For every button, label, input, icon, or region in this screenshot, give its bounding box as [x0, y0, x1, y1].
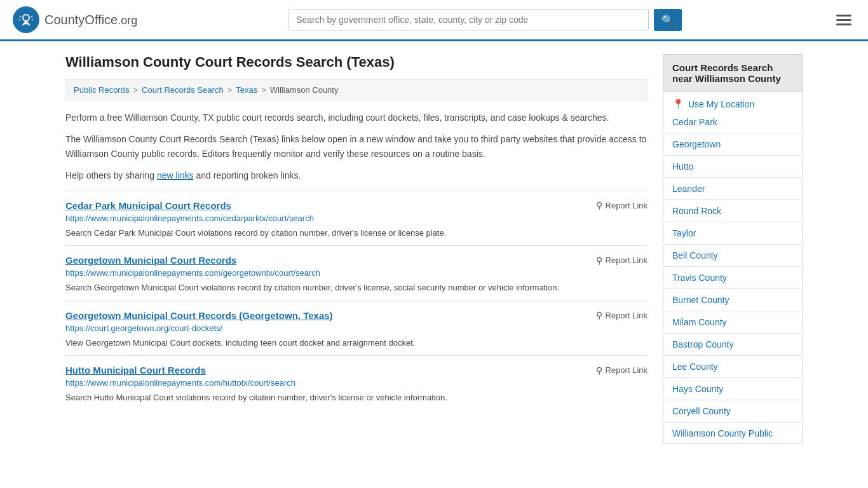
breadcrumb-current: Williamson County — [270, 85, 339, 95]
report-icon-1: ⚲ — [596, 255, 602, 266]
records-container: Cedar Park Municipal Court Records ⚲ Rep… — [65, 191, 648, 410]
sidebar-link-8[interactable]: Burnet County — [663, 290, 803, 309]
description-1: Perform a free Williamson County, TX pub… — [65, 111, 648, 125]
record-report-link-3[interactable]: ⚲ Report Link — [596, 365, 648, 376]
sidebar-divider-10 — [663, 355, 803, 356]
search-icon: 🔍 — [661, 15, 674, 25]
logo-text: CountyOffice.org — [44, 13, 137, 27]
content-area: Williamson County Court Records Search (… — [65, 54, 648, 444]
logo-suffix-part: .org — [118, 14, 137, 27]
breadcrumb-texas[interactable]: Texas — [236, 85, 257, 95]
record-url-0: https://www.municipalonlinepayments.com/… — [65, 214, 648, 223]
report-icon-0: ⚲ — [596, 200, 602, 210]
use-my-location[interactable]: 📍 Use My Location — [663, 92, 803, 112]
sidebar-divider-6 — [663, 266, 803, 267]
menu-bar-1 — [836, 15, 851, 17]
sidebar-link-1[interactable]: Georgetown — [663, 135, 803, 154]
record-header-0: Cedar Park Municipal Court Records ⚲ Rep… — [65, 200, 648, 211]
search-button[interactable]: 🔍 — [654, 9, 682, 31]
sidebar-link-4[interactable]: Round Rock — [663, 201, 803, 220]
sidebar-divider-13 — [663, 422, 803, 423]
breadcrumb-sep-1: > — [133, 85, 138, 95]
sidebar-divider-12 — [663, 400, 803, 400]
record-entry-0: Cedar Park Municipal Court Records ⚲ Rep… — [65, 191, 648, 246]
report-icon-2: ⚲ — [596, 310, 602, 320]
record-header-1: Georgetown Municipal Court Records ⚲ Rep… — [65, 255, 648, 266]
record-desc-3: Search Hutto Municipal Court violations … — [65, 391, 648, 404]
record-url-2: https://court.georgetown.org/court-docke… — [65, 323, 648, 333]
description-3: Help others by sharing new links and rep… — [65, 168, 648, 182]
sidebar-links: Cedar ParkGeorgetownHuttoLeanderRound Ro… — [663, 112, 803, 444]
sidebar-divider-7 — [663, 288, 803, 289]
breadcrumb-sep-2: > — [227, 85, 233, 95]
record-title-2[interactable]: Georgetown Municipal Court Records (Geor… — [65, 310, 333, 321]
search-input[interactable] — [288, 9, 649, 30]
sidebar-divider-3 — [663, 200, 803, 200]
breadcrumb-public-records[interactable]: Public Records — [74, 85, 129, 95]
record-report-link-2[interactable]: ⚲ Report Link — [596, 310, 648, 320]
report-label-2: Report Link — [606, 311, 648, 320]
report-label-3: Report Link — [606, 365, 648, 375]
logo-area: CountyOffice.org — [13, 6, 137, 33]
record-header-3: Hutto Municipal Court Records ⚲ Report L… — [65, 365, 648, 376]
record-entry-2: Georgetown Municipal Court Records (Geor… — [65, 301, 648, 356]
main-container: Williamson County Court Records Search (… — [53, 41, 815, 456]
sidebar-divider-11 — [663, 377, 803, 378]
sidebar-divider-1 — [663, 155, 803, 156]
sidebar-link-6[interactable]: Bell County — [663, 246, 803, 265]
record-title-0[interactable]: Cedar Park Municipal Court Records — [65, 200, 231, 211]
sidebar-divider-9 — [663, 333, 803, 334]
sidebar-link-7[interactable]: Travis County — [663, 268, 803, 287]
menu-bar-2 — [836, 19, 851, 21]
breadcrumb: Public Records > Court Records Search > … — [65, 79, 648, 100]
sidebar-link-12[interactable]: Hays County — [663, 379, 803, 398]
record-desc-1: Search Georgetown Municipal Court violat… — [65, 281, 648, 294]
sidebar-link-9[interactable]: Milam County — [663, 313, 803, 332]
sidebar-divider-0 — [663, 133, 803, 133]
sidebar-divider-4 — [663, 222, 803, 222]
location-pin-icon: 📍 — [672, 98, 684, 110]
menu-button[interactable] — [832, 11, 855, 29]
sidebar-link-10[interactable]: Bastrop County — [663, 335, 803, 354]
record-entry-3: Hutto Municipal Court Records ⚲ Report L… — [65, 355, 648, 410]
record-desc-2: View Georgetown Municipal Court dockets,… — [65, 337, 648, 349]
report-label-0: Report Link — [606, 201, 648, 210]
record-title-3[interactable]: Hutto Municipal Court Records — [65, 365, 206, 376]
page-title: Williamson County Court Records Search (… — [65, 54, 648, 71]
breadcrumb-sep-3: > — [261, 85, 266, 95]
sidebar-link-5[interactable]: Taylor — [663, 224, 803, 243]
record-desc-0: Search Cedar Park Municipal Court violat… — [65, 227, 648, 240]
sidebar-link-14[interactable]: Williamson County Public — [663, 424, 803, 444]
sidebar-link-13[interactable]: Coryell County — [663, 402, 803, 421]
sidebar-link-11[interactable]: Lee County — [663, 357, 803, 376]
record-url-1: https://www.municipalonlinepayments.com/… — [65, 268, 648, 278]
record-title-1[interactable]: Georgetown Municipal Court Records — [65, 255, 236, 266]
sidebar-header: Court Records Search near Williamson Cou… — [663, 54, 803, 92]
report-icon-3: ⚲ — [596, 365, 602, 376]
sidebar-link-2[interactable]: Hutto — [663, 157, 803, 176]
desc3-pre: Help others by sharing — [65, 170, 157, 180]
record-report-link-1[interactable]: ⚲ Report Link — [596, 255, 648, 266]
logo-name-part: CountyOffice — [44, 13, 118, 27]
sidebar-divider-8 — [663, 311, 803, 311]
sidebar-link-0[interactable]: Cedar Park — [663, 112, 803, 132]
new-links-link[interactable]: new links — [157, 170, 194, 180]
record-report-link-0[interactable]: ⚲ Report Link — [596, 200, 648, 210]
record-url-3: https://www.municipalonlinepayments.com/… — [65, 378, 648, 388]
use-my-location-link[interactable]: Use My Location — [688, 99, 754, 109]
sidebar-link-3[interactable]: Leander — [663, 179, 803, 198]
logo-icon — [13, 6, 39, 33]
desc3-post: and reporting broken links. — [194, 170, 301, 180]
sidebar-divider-5 — [663, 244, 803, 245]
report-label-1: Report Link — [606, 255, 648, 265]
record-entry-1: Georgetown Municipal Court Records ⚲ Rep… — [65, 245, 648, 301]
record-header-2: Georgetown Municipal Court Records (Geor… — [65, 310, 648, 321]
search-area: 🔍 — [288, 9, 682, 31]
site-header: CountyOffice.org 🔍 — [0, 0, 868, 41]
sidebar-divider-2 — [663, 177, 803, 178]
menu-bar-3 — [836, 24, 851, 25]
description-2: The Williamson County Court Records Sear… — [65, 132, 648, 161]
breadcrumb-court-records[interactable]: Court Records Search — [142, 85, 224, 95]
sidebar: Court Records Search near Williamson Cou… — [663, 54, 803, 444]
